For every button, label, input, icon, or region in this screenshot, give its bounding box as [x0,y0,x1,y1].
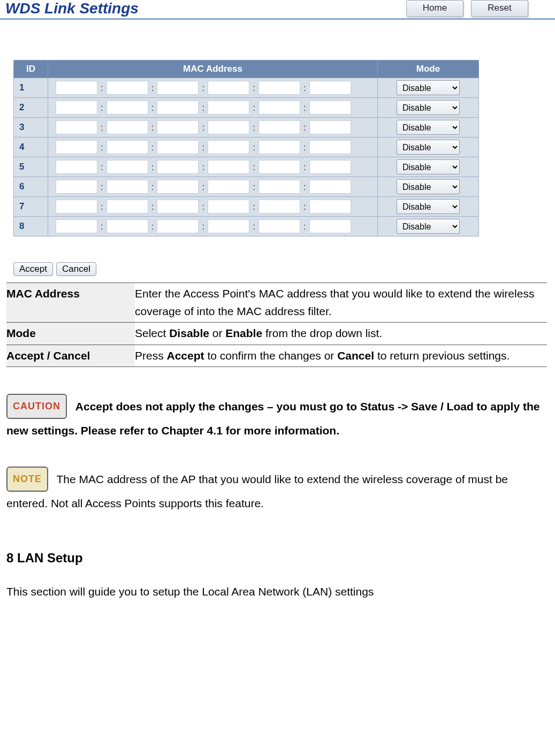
desc-label-mac: MAC Address [6,283,135,323]
mac-octet-input[interactable] [259,140,300,154]
caution-callout: CAUTION Accept does not apply the change… [6,394,549,440]
accept-button[interactable]: Accept [13,262,53,276]
mac-octet-input[interactable] [309,101,351,114]
mac-octet-input[interactable] [309,200,351,213]
col-header-mode: Mode [378,60,479,78]
mode-select[interactable]: Disable [397,199,460,214]
mac-octet-input[interactable] [56,140,97,154]
table-row: Accept / Cancel Press Accept to confirm … [6,345,547,367]
mac-octet-input[interactable] [157,180,199,194]
mac-separator: : [202,182,204,192]
mac-octet-input[interactable] [208,160,249,174]
wds-link-table: ID MAC Address Mode 1:::::Disable2:::::D… [13,60,479,236]
mac-separator: : [151,103,154,113]
mac-address-cell: ::::: [48,78,378,98]
mac-octet-input[interactable] [259,180,300,194]
mac-separator: : [253,83,255,93]
mac-octet-input[interactable] [208,180,249,194]
mac-octet-input[interactable] [208,101,249,114]
mac-octet-input[interactable] [157,140,199,154]
mode-select[interactable]: Disable [397,140,460,155]
mac-octet-input[interactable] [107,140,148,154]
mac-octet-input[interactable] [208,81,249,95]
mac-separator: : [303,182,306,192]
mac-octet-input[interactable] [208,120,249,134]
row-id: 4 [14,138,48,157]
mac-octet-input[interactable] [309,120,351,134]
mac-separator: : [101,182,103,192]
mode-cell: Disable [378,177,479,197]
mac-octet-input[interactable] [107,120,148,134]
mac-octet-input[interactable] [309,160,351,174]
mac-separator: : [101,162,103,172]
mac-octet-input[interactable] [56,180,97,194]
mac-octet-input[interactable] [157,81,199,95]
mac-octet-input[interactable] [56,120,97,134]
mac-octet-input[interactable] [56,160,97,174]
mac-octet-input[interactable] [107,219,148,233]
mac-octet-input[interactable] [259,120,300,134]
mac-separator: : [202,222,204,232]
mac-octet-input[interactable] [309,81,351,95]
mac-separator: : [303,222,306,232]
mac-octet-input[interactable] [259,81,300,95]
mac-separator: : [202,202,204,212]
mac-octet-input[interactable] [157,219,199,233]
mac-separator: : [101,103,103,113]
mac-octet-input[interactable] [259,160,300,174]
mac-octet-input[interactable] [259,101,300,114]
mac-octet-input[interactable] [107,81,148,95]
mac-octet-input[interactable] [259,200,300,213]
mac-separator: : [303,103,306,113]
mode-cell: Disable [378,157,479,177]
mode-select[interactable]: Disable [397,80,460,95]
mac-octet-input[interactable] [107,200,148,213]
mode-select[interactable]: Disable [397,159,460,174]
mac-octet-input[interactable] [208,200,249,213]
desc-text-acceptcancel: Press Accept to confirm the changes or C… [135,345,547,367]
mac-octet-input[interactable] [107,160,148,174]
table-row: 5:::::Disable [14,157,479,177]
mac-address-cell: ::::: [48,197,378,217]
mac-octet-input[interactable] [56,101,97,114]
table-row: 2:::::Disable [14,98,479,118]
mac-octet-input[interactable] [107,101,148,114]
mac-octet-input[interactable] [56,81,97,95]
mac-separator: : [101,83,103,93]
mac-octet-input[interactable] [157,160,199,174]
mac-octet-input[interactable] [157,120,199,134]
row-id: 3 [14,118,48,138]
mode-select[interactable]: Disable [397,120,460,135]
mac-octet-input[interactable] [208,140,249,154]
mac-octet-input[interactable] [208,219,249,233]
mac-octet-input[interactable] [259,219,300,233]
note-callout: NOTE The MAC address of the AP that you … [6,467,549,513]
mac-separator: : [151,142,154,152]
desc-bold-accept: Accept [167,349,204,362]
mac-octet-input[interactable] [309,219,351,233]
cancel-button[interactable]: Cancel [56,262,96,276]
mode-select[interactable]: Disable [397,100,460,115]
mode-cell: Disable [378,197,479,217]
mode-select[interactable]: Disable [397,219,460,234]
desc-text: Select [135,327,169,339]
mode-select[interactable]: Disable [397,179,460,194]
mac-separator: : [303,202,306,212]
table-row: 1:::::Disable [14,78,479,98]
mac-octet-input[interactable] [157,200,199,213]
field-description-table: MAC Address Enter the Access Point's MAC… [6,282,547,367]
mode-cell: Disable [378,138,479,157]
mac-separator: : [303,162,306,172]
mac-octet-input[interactable] [309,180,351,194]
mac-separator: : [253,162,255,172]
home-button[interactable]: Home [406,0,463,17]
reset-button[interactable]: Reset [471,0,528,17]
mac-separator: : [202,103,204,113]
mac-octet-input[interactable] [309,140,351,154]
desc-bold-enable: Enable [225,327,262,339]
row-id: 8 [14,217,48,236]
mac-octet-input[interactable] [157,101,199,114]
mac-octet-input[interactable] [56,200,97,213]
mac-octet-input[interactable] [107,180,148,194]
mac-octet-input[interactable] [56,219,97,233]
